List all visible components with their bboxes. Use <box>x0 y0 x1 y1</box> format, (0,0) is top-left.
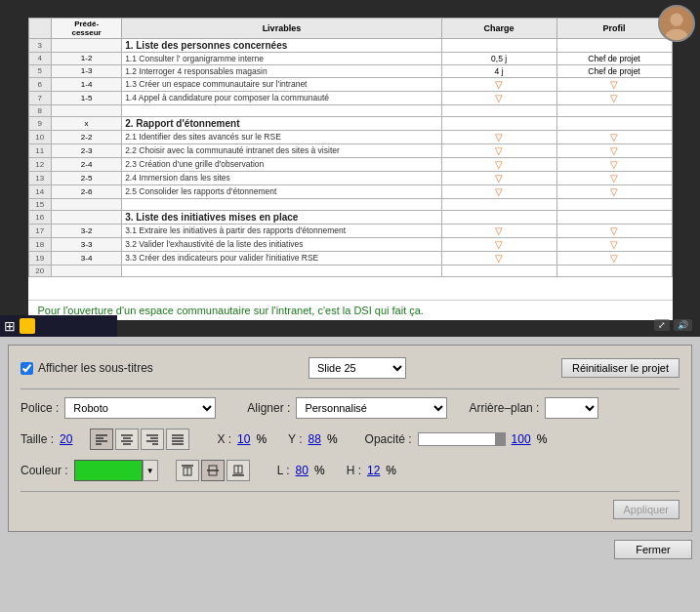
text-align-group <box>90 428 189 450</box>
table-row: 17 3-2 3.1 Extraire les initiatives à pa… <box>28 224 672 237</box>
align-dropdown[interactable]: Personnalisé <box>296 397 447 419</box>
y-label: Y : <box>288 432 302 446</box>
windows-icon: ⊞ <box>4 318 16 334</box>
resize-icon: ⤢ <box>654 319 670 331</box>
opacity-slider[interactable] <box>418 432 506 446</box>
l-unit: % <box>314 464 325 477</box>
opacity-value[interactable]: 100 <box>512 432 531 446</box>
h-label: H : <box>347 464 361 477</box>
x-unit: % <box>256 432 267 446</box>
volume-icon: 🔊 <box>674 319 692 331</box>
spreadsheet-table: Prédé-cesseur Livrables Charge Profil 3 … <box>28 18 673 277</box>
table-row: 15 <box>28 198 672 210</box>
subtitles-checkbox[interactable] <box>21 362 33 375</box>
valign-group <box>176 460 250 481</box>
table-row: 19 3-4 3.3 Créer des indicateurs pour va… <box>28 251 672 265</box>
table-row: 14 2-6 2.5 Consolider les rapports d'éto… <box>28 184 672 198</box>
size-label: Taille : <box>21 432 54 446</box>
h-value[interactable]: 12 <box>367 464 380 477</box>
table-row: 7 1-5 1.4 Appel à candidature pour compo… <box>28 91 672 104</box>
color-label: Couleur : <box>21 464 68 477</box>
valign-middle-button[interactable] <box>201 460 225 481</box>
separator-2 <box>21 491 679 492</box>
table-row: 6 1-4 1.3 Créer un espace communautaire … <box>28 77 672 91</box>
slide-controls: ⤢ 🔊 <box>654 319 692 331</box>
taskbar-app-icon <box>20 318 35 334</box>
table-row: 5 1-3 1.2 Interroger 4 responsables maga… <box>28 64 672 77</box>
valign-top-button[interactable] <box>176 460 199 481</box>
col-header-d: Profil <box>556 18 672 38</box>
col-header-c: Charge <box>441 18 556 38</box>
control-row-3: Taille : 20 X : 10 % Y : 88 % Opacité : <box>21 428 679 450</box>
align-justify-button[interactable] <box>166 428 189 450</box>
avatar <box>658 5 695 42</box>
control-row-1: Afficher les sous-titres Slide 25 Réinit… <box>21 357 679 379</box>
l-value[interactable]: 80 <box>296 464 309 477</box>
y-unit: % <box>327 432 338 446</box>
color-dropdown-button[interactable]: ▼ <box>143 460 158 481</box>
slide-caption: Pour l'ouverture d'un espace communautai… <box>28 300 673 320</box>
opacity-label: Opacité : <box>365 432 412 446</box>
table-row: 4 1-2 1.1 Consulter l' organigramme inte… <box>28 52 672 64</box>
table-row: 11 2-3 2.2 Choisir avec la communauté in… <box>28 143 672 157</box>
color-swatch-container: ▼ <box>74 460 158 481</box>
col-header-rownum <box>28 18 52 38</box>
table-row: 9 x 2. Rapport d'étonnement <box>28 116 672 130</box>
col-header-b: Livrables <box>122 18 442 38</box>
h-unit: % <box>386 464 396 477</box>
background-label: Arrière–plan : <box>469 401 539 415</box>
slide-preview: Prédé-cesseur Livrables Charge Profil 3 … <box>0 0 700 337</box>
separator-1 <box>21 388 679 389</box>
align-label: Aligner : <box>247 401 290 415</box>
taskbar: ⊞ <box>0 315 117 337</box>
x-label: X : <box>217 432 231 446</box>
color-swatch[interactable] <box>74 460 143 481</box>
table-row: 8 <box>28 104 672 116</box>
subtitles-label: Afficher les sous-titres <box>38 361 153 375</box>
control-row-2: Police : Roboto Aligner : Personnalisé A… <box>21 397 679 419</box>
table-row: 3 1. Liste des personnes concernées <box>28 38 672 52</box>
table-row: 20 <box>28 265 672 276</box>
table-row: 16 3. Liste des initiatives mises en pla… <box>28 210 672 224</box>
apply-button[interactable]: Appliquer <box>613 500 679 519</box>
font-label: Police : <box>21 401 59 415</box>
slide-content: Prédé-cesseur Livrables Charge Profil 3 … <box>28 18 673 320</box>
opacity-unit: % <box>537 432 548 446</box>
background-dropdown[interactable] <box>545 397 598 419</box>
control-row-4: Couleur : ▼ L : 80 % H : 12 % <box>21 460 679 481</box>
font-dropdown[interactable]: Roboto <box>64 397 216 419</box>
y-value[interactable]: 88 <box>309 432 321 446</box>
size-value[interactable]: 20 <box>60 432 72 446</box>
valign-bottom-button[interactable] <box>226 460 250 481</box>
reset-button[interactable]: Réinitialiser le projet <box>561 358 679 378</box>
subtitles-checkbox-label[interactable]: Afficher les sous-titres <box>21 361 153 375</box>
align-right-button[interactable] <box>141 428 164 450</box>
table-row: 10 2-2 2.1 Identifier des sites avancés … <box>28 130 672 143</box>
close-button[interactable]: Fermer <box>614 540 692 559</box>
table-row: 13 2-5 2.4 Immersion dans les sites ▽ ▽ <box>28 171 672 184</box>
x-value[interactable]: 10 <box>237 432 250 446</box>
slide-dropdown[interactable]: Slide 25 <box>309 357 406 379</box>
table-row: 18 3-3 3.2 Valider l'exhaustivité de la … <box>28 237 672 251</box>
l-label: L : <box>277 464 290 477</box>
col-header-a: Prédé-cesseur <box>52 18 122 38</box>
align-left-button[interactable] <box>90 428 113 450</box>
opacity-slider-container <box>418 432 506 446</box>
align-center-button[interactable] <box>115 428 139 450</box>
table-row: 12 2-4 2.3 Création d'une grille d'obser… <box>28 157 672 171</box>
svg-point-1 <box>670 14 682 26</box>
control-panel: Afficher les sous-titres Slide 25 Réinit… <box>8 345 692 532</box>
bottom-buttons: Appliquer <box>21 500 679 519</box>
